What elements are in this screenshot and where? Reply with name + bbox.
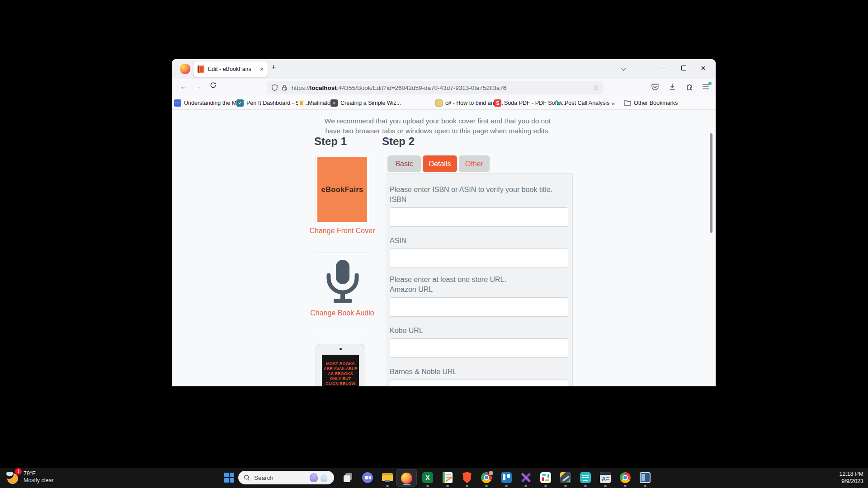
book-cover-card: eBookFairs	[315, 155, 369, 224]
maximize-button[interactable]	[681, 66, 686, 70]
bookmarks-overflow-chevron[interactable]: »	[611, 96, 615, 110]
weather-temp: 79°F	[24, 470, 54, 477]
checklist-icon: ✓	[236, 99, 244, 107]
shield-icon[interactable]	[271, 84, 278, 91]
tablet-camera-dot	[340, 348, 342, 350]
divider	[315, 335, 369, 335]
change-book-audio-link[interactable]: Change Book Audio	[308, 309, 376, 318]
windows-logo-icon	[224, 473, 229, 477]
tablet-screen: MOST BOOKS ARE AVAILABLE AS EBOOKS ONLY …	[322, 355, 359, 386]
taskbar-chat-button[interactable]	[361, 471, 374, 484]
store-url-help-text: Please enter at least one store URL.	[390, 275, 568, 284]
chrome-icon	[620, 472, 631, 483]
document-viewer-icon: A	[600, 472, 611, 483]
bookmark-item[interactable]: ♛ Mailinator	[298, 96, 332, 110]
task-view-icon	[343, 473, 353, 483]
menu-hamburger-icon[interactable]	[702, 83, 711, 92]
firefox-icon	[401, 473, 412, 484]
clock-time: 12:18 PM	[839, 470, 863, 478]
window-app-icon	[640, 472, 651, 483]
details-form-panel: Please enter ISBN or ASIN to verify your…	[386, 173, 573, 386]
cover-logo-text: eBookFairs	[321, 185, 363, 194]
taskbar-slack-button[interactable]	[539, 471, 552, 484]
step2-heading: Step 2	[382, 135, 415, 148]
forward-button[interactable]: →	[194, 82, 202, 91]
asin-input[interactable]	[390, 249, 568, 268]
back-button[interactable]: ←	[180, 82, 188, 91]
visual-studio-icon	[520, 472, 531, 483]
search-icon	[244, 474, 250, 481]
page-content: We recommend that you upload your book c…	[172, 110, 716, 386]
taskbar-brave-button[interactable]	[461, 471, 473, 484]
pocket-icon[interactable]	[651, 83, 660, 92]
bookmark-item[interactable]: ··· Understanding the Mi...	[174, 96, 242, 110]
lock-warning-icon[interactable]	[281, 84, 288, 91]
tab-close-icon[interactable]: ×	[257, 66, 264, 73]
amazon-url-input[interactable]	[390, 297, 568, 317]
browser-tab[interactable]: Edit - eBookFairs ×	[193, 61, 268, 77]
weather-moon-icon: 1	[6, 470, 20, 484]
kobo-url-input[interactable]	[390, 338, 568, 358]
taskbar-notepad-button[interactable]	[441, 471, 454, 484]
taskbar-window-app-button[interactable]	[639, 471, 651, 484]
refresh-button[interactable]	[210, 82, 217, 91]
taskbar: 1 79°F Mostly clear Search	[0, 468, 868, 488]
bookmark-item[interactable]: Creating a Simple Wiz...	[330, 96, 401, 110]
isbn-help-text: Please enter ISBN or ASIN to verify your…	[390, 185, 568, 194]
divider	[315, 253, 369, 253]
isbn-input[interactable]	[390, 207, 568, 227]
tab-other[interactable]: Other	[459, 155, 490, 172]
change-front-cover-link[interactable]: Change Front Cover	[308, 226, 376, 235]
tablet-promo-image: MOST BOOKS ARE AVAILABLE AS EBOOKS ONLY …	[316, 344, 365, 386]
firefox-logo-icon[interactable]	[180, 64, 190, 74]
taskbar-chrome-profile-button[interactable]	[480, 471, 493, 484]
window-close-button[interactable]: ×	[701, 63, 706, 74]
weather-widget[interactable]: 1 79°F Mostly clear	[6, 470, 54, 484]
taskbar-document-viewer-button[interactable]: A	[599, 471, 612, 484]
photo-icon	[330, 99, 338, 107]
taskbar-task-view-button[interactable]	[342, 471, 354, 484]
new-tab-button[interactable]: +	[271, 63, 276, 72]
chrome-icon	[481, 472, 492, 483]
clock-date: 9/9/2023	[839, 478, 863, 485]
bookmark-item[interactable]: c# - How to bind and ...	[435, 96, 504, 110]
extensions-puzzle-icon[interactable]	[685, 83, 694, 92]
taskbar-search[interactable]: Search	[238, 471, 334, 484]
tab-details[interactable]: Details	[423, 155, 457, 172]
step1-heading: Step 1	[314, 135, 347, 148]
taskbar-file-explorer-button[interactable]	[381, 471, 394, 484]
active-app-indicator	[403, 484, 410, 485]
blue-dots-icon: ···	[174, 99, 181, 107]
browser-toolbar: ← → https://localhost:44355/Book/Edit?id…	[172, 79, 716, 96]
menu-badge	[708, 82, 712, 85]
bookmark-star-icon[interactable]: ☆	[593, 84, 599, 92]
barnes-noble-url-label: Barnes & Noble URL	[390, 367, 568, 376]
downloads-icon[interactable]	[668, 83, 677, 92]
notification-badge: 1	[15, 468, 22, 475]
taskbar-clock[interactable]: 12:18 PM 9/9/2023	[839, 470, 863, 485]
other-bookmarks-button[interactable]: Other Bookmarks	[624, 96, 678, 110]
taskbar-chrome-button[interactable]	[619, 471, 632, 484]
slack-icon	[540, 472, 551, 483]
list-tabs-chevron-icon[interactable]	[622, 66, 627, 70]
intro-text: We recommend that you upload your book c…	[311, 116, 564, 136]
minimize-button[interactable]	[660, 69, 666, 69]
taskbar-visual-studio-button[interactable]	[519, 471, 532, 484]
start-button[interactable]	[224, 473, 234, 483]
excel-icon: X	[422, 472, 433, 483]
taskbar-amazon-music-button[interactable]	[579, 471, 592, 484]
tab-basic[interactable]: Basic	[387, 155, 421, 172]
taskbar-system-tools-button[interactable]	[559, 471, 572, 484]
barnes-noble-url-input[interactable]	[390, 380, 568, 386]
system-tools-icon	[560, 472, 571, 483]
taskbar-trello-button[interactable]	[500, 471, 513, 484]
weather-condition: Mostly clear	[24, 477, 54, 484]
asin-label: ASIN	[390, 236, 568, 245]
url-bar[interactable]: https://localhost:44355/Book/Edit?id=260…	[267, 81, 604, 94]
page-scrollbar-thumb[interactable]	[710, 133, 712, 233]
bookmark-item[interactable]: Post Call Analysis	[555, 96, 609, 110]
browser-window: Edit - eBookFairs × + × ← → https://loca…	[172, 59, 716, 386]
search-label: Search	[254, 474, 274, 481]
taskbar-firefox-button[interactable]	[396, 469, 417, 487]
taskbar-excel-button[interactable]: X	[421, 471, 434, 484]
